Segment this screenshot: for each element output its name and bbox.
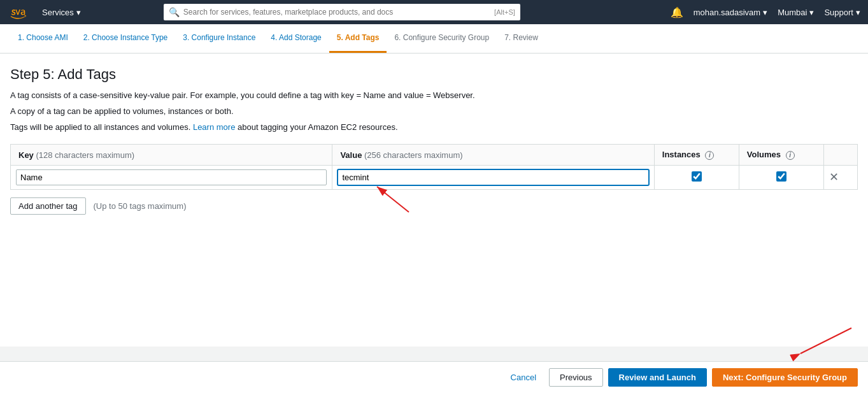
- add-another-tag-button[interactable]: Add another tag: [10, 197, 86, 215]
- search-bar[interactable]: 🔍 [Alt+S]: [164, 4, 520, 20]
- volumes-checkbox[interactable]: [776, 171, 786, 182]
- description-line3: Tags will be applied to all instances an…: [10, 121, 858, 134]
- services-menu[interactable]: Services ▾: [38, 5, 85, 20]
- instances-info-icon[interactable]: i: [705, 151, 714, 160]
- col-value-header: Value (256 characters maximum): [332, 145, 654, 166]
- tab-step7: 7. Review: [497, 24, 546, 53]
- col-remove-header: [823, 145, 857, 166]
- cancel-button[interactable]: Cancel: [503, 369, 544, 380]
- services-chevron-icon: ▾: [76, 8, 81, 17]
- table-row: ✕: [11, 165, 858, 189]
- next-configure-security-group-button[interactable]: Next: Configure Security Group: [712, 368, 858, 380]
- tag-max-hint: (Up to 50 tags maximum): [94, 201, 187, 211]
- instances-checkbox-cell: [654, 165, 739, 189]
- support-label: Support: [824, 8, 853, 17]
- search-input[interactable]: [183, 8, 490, 17]
- key-input[interactable]: [16, 169, 327, 185]
- nav-right: 🔔 mohan.sadasivam ▾ Mumbai ▾ Support ▾: [671, 6, 860, 18]
- region-label: Mumbai: [778, 8, 807, 17]
- description-line2: A copy of a tag can be applied to volume…: [10, 105, 858, 118]
- value-cell: [332, 165, 654, 189]
- user-chevron-icon: ▾: [763, 8, 767, 17]
- volumes-info-icon[interactable]: i: [786, 151, 795, 160]
- key-cell: [11, 165, 332, 189]
- tab-step2[interactable]: 2. Choose Instance Type: [76, 24, 176, 53]
- desc3-suffix: about tagging your Amazon EC2 resources.: [238, 122, 397, 132]
- tags-table: Key (128 characters maximum) Value (256 …: [10, 144, 858, 190]
- desc3-prefix: Tags will be applied to all instances an…: [10, 122, 190, 132]
- remove-cell: ✕: [823, 165, 857, 189]
- page-title: Step 5: Add Tags: [10, 66, 858, 83]
- review-launch-button[interactable]: Review and Launch: [608, 368, 707, 380]
- col-value-hint: (256 characters maximum): [364, 150, 463, 160]
- tab-step6: 6. Configure Security Group: [387, 24, 497, 53]
- notification-bell-icon[interactable]: 🔔: [671, 6, 683, 18]
- services-label: Services: [42, 8, 74, 17]
- remove-tag-button[interactable]: ✕: [829, 170, 839, 184]
- col-volumes-header: Volumes i: [739, 145, 823, 166]
- region-menu[interactable]: Mumbai ▾: [778, 8, 814, 17]
- region-chevron-icon: ▾: [809, 8, 814, 17]
- tab-step3[interactable]: 3. Configure Instance: [175, 24, 263, 53]
- footer: Cancel Previous Review and Launch Next: …: [0, 361, 868, 380]
- step-tabs: 1. Choose AMI 2. Choose Instance Type 3.…: [0, 24, 868, 54]
- search-shortcut: [Alt+S]: [494, 8, 515, 16]
- tab-step4[interactable]: 4. Add Storage: [263, 24, 329, 53]
- description-line1: A tag consists of a case-sensitive key-v…: [10, 89, 858, 103]
- top-nav: Services ▾ 🔍 [Alt+S] 🔔 mohan.sadasivam ▾…: [0, 0, 868, 24]
- previous-button[interactable]: Previous: [549, 368, 603, 380]
- user-label: mohan.sadasivam: [694, 8, 761, 17]
- volumes-checkbox-cell: [739, 165, 823, 189]
- user-menu[interactable]: mohan.sadasivam ▾: [694, 8, 768, 17]
- tab-step5[interactable]: 5. Add Tags: [329, 24, 387, 53]
- support-menu[interactable]: Support ▾: [824, 8, 860, 17]
- tab-step1[interactable]: 1. Choose AMI: [10, 24, 76, 53]
- learn-more-link[interactable]: Learn more: [193, 122, 235, 132]
- aws-logo: [8, 5, 31, 19]
- search-icon: 🔍: [169, 7, 180, 17]
- col-key-header: Key (128 characters maximum): [11, 145, 332, 166]
- col-key-hint: (128 characters maximum): [36, 150, 134, 160]
- instances-checkbox[interactable]: [692, 171, 702, 182]
- value-input[interactable]: [338, 169, 648, 185]
- main-content: Step 5: Add Tags A tag consists of a cas…: [0, 54, 868, 347]
- support-chevron-icon: ▾: [856, 8, 860, 17]
- add-tag-row: Add another tag (Up to 50 tags maximum): [10, 197, 858, 215]
- col-instances-header: Instances i: [654, 145, 739, 166]
